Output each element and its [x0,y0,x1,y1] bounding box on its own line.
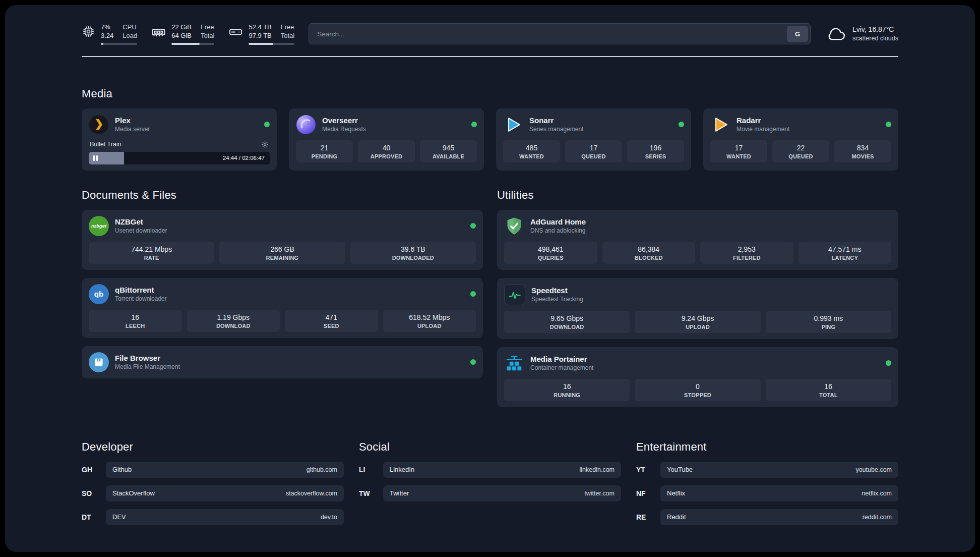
stat-label: SEED [287,323,376,329]
bookmark-row: NF Netflix netflix.com [636,485,898,502]
app-desc: Media Requests [322,126,366,133]
section-title-developer: Developer [82,440,344,454]
nzbget-card[interactable]: nzbget NZBGet Usenet downloader 744.21 M… [82,210,483,270]
cpu-load-value: 3.24 [101,32,113,40]
stat-value: 86,384 [604,245,694,253]
filebrowser-card[interactable]: File Browser Media File Management [82,346,483,378]
bookmark-row: YT YouTube youtube.com [636,462,898,478]
overseerr-card[interactable]: Overseerr Media Requests 21 PENDING 40 A… [289,108,484,171]
app-desc: Media File Management [115,363,180,370]
bookmark-abbr: SO [82,489,106,497]
stat-label: WANTED [505,153,558,159]
weather-location: Lviv, 16.87°C [852,25,898,34]
disk-total-value: 97.9 TB [249,32,271,40]
bookmark-abbr: NF [636,489,660,497]
radarr-icon [710,115,730,135]
stat-tile: 17 QUEUED [565,140,622,162]
app-desc: Media server [115,126,150,133]
speedtest-card[interactable]: Speedtest Speedtest Tracking 9.65 Gbps D… [497,278,898,339]
stat-value: 744.21 Mbps [91,245,212,253]
stat-tile: 21 PENDING [296,140,353,162]
bookmark-link-youtube[interactable]: YouTube youtube.com [660,462,898,478]
search-input[interactable] [316,30,787,38]
stat-tile: 744.21 Mbps RATE [89,242,214,264]
bookmark-group-social: Social LI LinkedIn linkedin.com TW Twitt… [359,440,621,525]
plex-icon [89,115,109,135]
bookmark-link-linkedin[interactable]: LinkedIn linkedin.com [383,462,621,478]
app-desc: Series management [529,126,583,133]
search-bar: G [309,23,811,44]
stat-value: 618.52 Mbps [385,313,474,321]
stat-tile: 22 QUEUED [772,140,829,162]
stat-value: 9.24 Gbps [637,314,758,322]
stat-value: 498,461 [506,245,595,253]
bookmark-link-github[interactable]: Github github.com [106,462,344,478]
app-name: AdGuard Home [530,217,586,226]
stat-label: RUNNING [506,392,628,398]
bookmark-abbr: LI [359,466,383,474]
status-dot [471,122,477,127]
cloud-icon [827,24,846,43]
bookmark-link-netflix[interactable]: Netflix netflix.com [660,485,898,502]
section-title-social: Social [359,440,621,454]
status-dot [470,223,476,229]
stat-label: DOWNLOAD [189,323,278,329]
section-title-utilities: Utilities [497,189,898,202]
section-title-entertainment: Entertainment [636,440,898,454]
weather-widget[interactable]: Lviv, 16.87°C scattered clouds [827,24,898,43]
stat-value: 17 [712,144,765,152]
stat-label: QUEUED [774,153,827,159]
stat-label: DOWNLOAD [506,324,628,330]
stat-label: DOWNLOADED [352,255,474,261]
search-engine-button[interactable]: G [787,26,808,42]
app-desc: DNS and adblocking [530,227,586,234]
bookmark-group-entertainment: Entertainment YT YouTube youtube.com NF … [636,440,898,525]
stat-value: 22 [774,144,827,152]
stat-value: 16 [768,382,889,391]
adguard-icon [504,216,524,236]
stat-tile: 266 GB REMAINING [219,242,345,264]
stat-tile: 39.6 TB DOWNLOADED [350,242,476,264]
stat-value: 16 [91,313,180,321]
gear-icon[interactable] [261,141,269,148]
stat-value: 196 [629,144,682,152]
qbittorrent-card[interactable]: qb qBittorrent Torrent downloader 16 LEE… [82,278,483,338]
app-name: Plex [115,116,150,125]
radarr-card[interactable]: Radarr Movie management 17 WANTED 22 QUE… [703,108,898,171]
stat-label: QUERIES [506,255,595,261]
app-name: NZBGet [115,217,167,226]
sonarr-card[interactable]: Sonarr Series management 485 WANTED 17 Q… [496,108,691,171]
ram-free-value: 22 GiB [171,23,192,31]
stat-label: LEECH [91,323,180,329]
disk-usage-bar [249,43,294,45]
stat-tile: 47.571 ms LATENCY [799,242,892,264]
plex-card[interactable]: Plex Media server Bullet Train [82,108,277,171]
sonarr-icon [503,115,523,135]
stat-value: 0.993 ms [768,314,889,322]
bookmark-group-developer: Developer GH Github github.com SO StackO… [82,440,344,525]
section-documents: Documents & Files nzbget NZBGet Usenet d… [82,189,483,407]
plex-now-playing: Bullet Train 24:44 / 02:06:4 [89,141,270,164]
status-dot [470,359,476,365]
disk-free-value: 52.4 TB [249,23,271,31]
portainer-card[interactable]: Media Portainer Container management 16 … [497,347,898,407]
stat-tile: 16 RUNNING [504,379,630,401]
bookmark-abbr: TW [359,489,383,497]
header-divider [82,56,898,57]
bookmark-link-stackoverflow[interactable]: StackOverflow stackoverflow.com [106,485,344,502]
app-desc: Torrent downloader [115,295,167,302]
bookmark-link-dev[interactable]: DEV dev.to [106,509,344,525]
adguard-card[interactable]: AdGuard Home DNS and adblocking 498,461 … [497,210,898,270]
bookmark-link-reddit[interactable]: Reddit reddit.com [660,509,898,525]
app-desc: Movie management [737,126,789,133]
speedtest-icon [504,284,525,305]
stat-value: 47.571 ms [801,245,890,253]
disk-widget: 52.4 TB 97.9 TB Free Total [228,23,294,45]
stat-tile: 196 SERIES [627,140,684,162]
top-bar: 7% 3.24 CPU Load [82,23,898,45]
stat-value: 40 [360,144,413,152]
bookmark-link-twitter[interactable]: Twitter twitter.com [383,485,621,502]
stat-tile: 86,384 BLOCKED [602,242,696,264]
stat-value: 485 [505,144,558,152]
ram-total-value: 64 GiB [171,32,192,40]
